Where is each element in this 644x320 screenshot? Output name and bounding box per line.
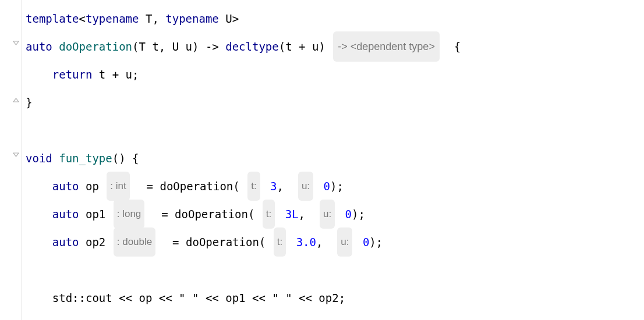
code-editor[interactable]: template<typename T, typename U> auto do… xyxy=(22,0,644,320)
code-line[interactable]: auto op2 : double = doOperation( t: 3.0,… xyxy=(26,228,644,256)
function-name: fun_type xyxy=(59,144,112,172)
text: = xyxy=(133,172,160,200)
keyword: template xyxy=(26,5,79,33)
keyword: void xyxy=(26,144,52,172)
text: = xyxy=(159,228,186,256)
inlay-hint-type: : long xyxy=(114,200,145,229)
keyword: typename xyxy=(86,5,139,33)
inlay-hint-type: : int xyxy=(107,172,129,201)
text: = xyxy=(148,200,175,228)
text: > xyxy=(232,5,239,33)
code-line[interactable]: auto op1 : long = doOperation( t: 3L, u:… xyxy=(26,200,644,228)
indent xyxy=(26,61,52,88)
text: ( xyxy=(248,200,261,228)
text: T xyxy=(139,5,152,33)
inlay-hint-param: t: xyxy=(263,200,275,229)
text: < xyxy=(79,5,86,33)
inlay-hint-param: t: xyxy=(247,172,260,201)
literal: 0 xyxy=(338,200,352,228)
code-line[interactable] xyxy=(26,116,644,144)
string: " " xyxy=(179,284,199,312)
text: t + u; xyxy=(92,61,139,88)
code-line[interactable]: auto doOperation(T t, U u) -> decltype(t… xyxy=(26,33,644,61)
indent xyxy=(26,284,52,312)
literal: 0 xyxy=(317,172,330,200)
text: , xyxy=(152,5,165,33)
variable: op2 xyxy=(79,228,112,256)
function-name: doOperation xyxy=(59,33,132,61)
variable: op xyxy=(79,172,106,200)
code-line[interactable] xyxy=(26,256,644,284)
code-line[interactable]: template<typename T, typename U> xyxy=(26,5,644,33)
text: ); xyxy=(330,172,344,200)
text: ( xyxy=(259,228,273,256)
text: , xyxy=(277,172,297,200)
code-line[interactable]: std::cout << op << " " << op1 << " " << … xyxy=(26,284,644,312)
text: << op1 << xyxy=(199,284,272,312)
fold-marker-open-icon[interactable] xyxy=(13,41,19,47)
keyword: auto xyxy=(26,33,52,61)
inlay-hint-type: : double xyxy=(114,227,156,257)
fold-marker-open-icon[interactable] xyxy=(13,152,19,159)
string: " " xyxy=(272,284,292,312)
indent xyxy=(26,200,52,228)
literal: 3L xyxy=(278,200,298,228)
indent xyxy=(26,228,52,256)
text: { xyxy=(441,33,461,61)
text: , xyxy=(299,200,319,228)
text: U xyxy=(219,5,232,33)
text: std::cout << op << xyxy=(52,284,179,312)
text: (t + u) xyxy=(279,33,332,61)
inlay-hint-param: u: xyxy=(320,200,335,229)
inlay-hint-param: u: xyxy=(298,172,313,201)
code-line[interactable]: } xyxy=(26,312,644,320)
literal: 0 xyxy=(356,228,369,256)
keyword: auto xyxy=(52,200,79,228)
keyword: auto xyxy=(52,172,79,200)
code-line[interactable]: void fun_type() { xyxy=(26,144,644,172)
text: ); xyxy=(369,228,383,256)
function-call: doOperation xyxy=(175,200,248,228)
keyword: auto xyxy=(52,228,79,256)
text: , xyxy=(316,228,336,256)
inlay-hint-param: u: xyxy=(337,227,352,257)
code-line[interactable]: return t + u; xyxy=(26,61,644,88)
function-call: doOperation xyxy=(186,228,259,256)
function-call: doOperation xyxy=(160,172,233,200)
variable: op1 xyxy=(79,200,112,228)
brace: } xyxy=(26,312,32,320)
keyword: return xyxy=(52,61,93,88)
brace: } xyxy=(26,88,32,116)
text: ( xyxy=(233,172,246,200)
text: () { xyxy=(112,144,139,172)
text xyxy=(52,144,59,172)
text: ); xyxy=(352,200,365,228)
literal: 3.0 xyxy=(289,228,316,256)
code-line[interactable]: auto op : int = doOperation( t: 3, u: 0)… xyxy=(26,172,644,200)
text: (T t, U u) -> xyxy=(132,33,225,61)
code-line[interactable]: } xyxy=(26,88,644,116)
fold-marker-close-icon[interactable] xyxy=(13,96,19,102)
text: << op2; xyxy=(292,284,346,312)
keyword: typename xyxy=(165,5,219,33)
indent xyxy=(26,172,52,200)
inlay-hint-return-type: -> <dependent type> xyxy=(333,31,440,62)
inlay-hint-param: t: xyxy=(274,227,286,257)
keyword: decltype xyxy=(225,33,279,61)
literal: 3 xyxy=(264,172,277,200)
editor-gutter xyxy=(0,0,22,320)
